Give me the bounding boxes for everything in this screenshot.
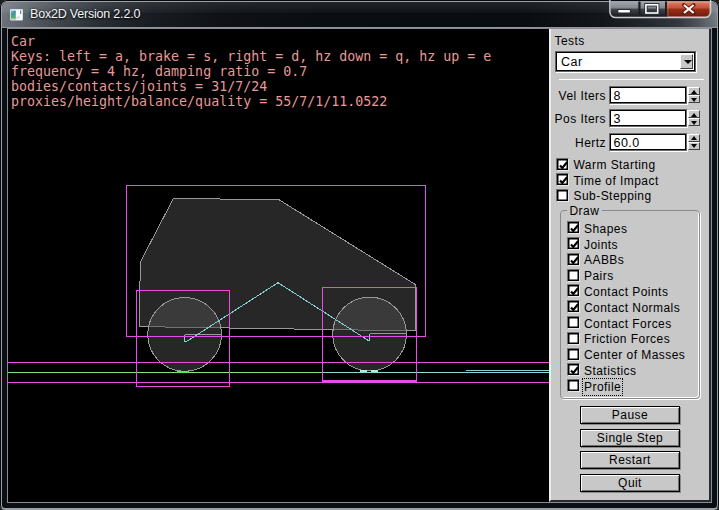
spinner-row: Pos Iters 3 xyxy=(551,109,713,127)
glui-panel-inner: Tests Car Vel Iters 8 xyxy=(551,29,709,500)
separator xyxy=(559,79,704,80)
draw-group-label: Draw xyxy=(567,204,603,218)
checkbox-label: Shapes xyxy=(584,222,627,236)
hud-line: bodies/contacts/joints = 31/7/24 xyxy=(11,79,267,94)
client-area: Car Keys: left = a, brake = s, right = d… xyxy=(8,29,711,502)
checkbox-label: Contact Forces xyxy=(584,317,672,331)
titlebar[interactable]: Box2D Version 2.2.0 xyxy=(2,2,717,28)
spinner-buttons xyxy=(688,110,700,126)
spinner-input[interactable]: 60.0 xyxy=(609,133,687,151)
checkbox[interactable] xyxy=(567,363,580,376)
checkbox[interactable] xyxy=(567,221,580,234)
spinner-value: 3 xyxy=(614,112,621,126)
checkbox[interactable] xyxy=(556,158,569,171)
checkbox-label: Warm Starting xyxy=(574,158,656,172)
panel-button[interactable]: Pause xyxy=(580,406,680,424)
spinner-down-button[interactable] xyxy=(688,118,700,126)
check-icon xyxy=(569,239,580,250)
panel-button[interactable]: Restart xyxy=(580,451,680,469)
checkbox-label: Time of Impact xyxy=(574,174,659,188)
chevron-down-icon xyxy=(684,60,692,64)
tests-label: Tests xyxy=(555,34,585,48)
checkbox[interactable] xyxy=(567,332,580,345)
panel-button[interactable]: Quit xyxy=(580,474,680,492)
triangle-up-icon xyxy=(691,90,697,94)
checkbox-label: Center of Masses xyxy=(584,348,685,362)
tests-dropdown[interactable]: Car xyxy=(555,51,696,72)
checkbox-label: AABBs xyxy=(584,253,624,267)
checkbox[interactable] xyxy=(567,284,580,297)
spinner-input[interactable]: 8 xyxy=(609,86,687,104)
spinner-value: 60.0 xyxy=(614,136,640,150)
spinner-row: Hertz 60.0 xyxy=(551,133,713,151)
checkbox-label: Sub-Stepping xyxy=(574,189,652,203)
minimize-icon xyxy=(617,9,630,13)
spinner-up-button[interactable] xyxy=(688,134,700,142)
check-icon xyxy=(558,160,569,171)
checkbox[interactable] xyxy=(567,237,580,250)
spinner-down-button[interactable] xyxy=(688,142,700,150)
spinner-buttons xyxy=(688,134,700,150)
gl-canvas[interactable]: Car Keys: left = a, brake = s, right = d… xyxy=(8,29,549,502)
panel-button[interactable]: Single Step xyxy=(580,429,680,447)
checkbox[interactable] xyxy=(556,189,569,202)
triangle-down-icon xyxy=(691,144,697,148)
checkbox[interactable] xyxy=(567,348,580,361)
tests-dropdown-value: Car xyxy=(561,55,583,69)
checkbox[interactable] xyxy=(567,316,580,329)
spinner-label: Vel Iters xyxy=(551,89,606,103)
check-icon xyxy=(569,223,580,234)
hud-line: frequency = 4 hz, damping ratio = 0.7 xyxy=(11,64,307,79)
spinner-row: Vel Iters 8 xyxy=(551,86,713,104)
check-icon xyxy=(569,365,580,376)
spinner-value: 8 xyxy=(614,89,621,103)
checkbox-label: Contact Points xyxy=(584,285,668,299)
checkbox-label: Joints xyxy=(584,238,618,252)
caption-buttons xyxy=(608,0,712,22)
checkbox[interactable] xyxy=(567,379,580,392)
triangle-down-icon xyxy=(691,121,697,125)
checkbox[interactable] xyxy=(556,173,569,186)
glui-panel: Tests Car Vel Iters 8 xyxy=(549,29,711,502)
checkbox-label: Contact Normals xyxy=(584,301,680,315)
spinner-label: Hertz xyxy=(551,136,606,150)
checkbox-label: Statistics xyxy=(584,364,637,378)
hud-line: Car xyxy=(11,34,35,49)
window-title: Box2D Version 2.2.0 xyxy=(30,6,140,22)
checkbox[interactable] xyxy=(567,269,580,282)
checkbox-label: Profile xyxy=(584,380,621,394)
check-icon xyxy=(569,255,580,266)
spinner-buttons xyxy=(688,87,700,103)
check-icon xyxy=(569,302,580,313)
spinner-label: Pos Iters xyxy=(551,112,606,126)
app-window: Box2D Version 2.2.0 xyxy=(0,0,719,510)
check-icon xyxy=(558,175,569,186)
checkbox[interactable] xyxy=(567,253,580,266)
app-icon xyxy=(10,9,23,21)
tests-dropdown-button[interactable] xyxy=(680,54,693,69)
triangle-up-icon xyxy=(691,136,697,140)
spinner-input[interactable]: 3 xyxy=(609,109,687,127)
hud-line: proxies/height/balance/quality = 55/7/1/… xyxy=(11,94,387,109)
checkbox-label: Pairs xyxy=(584,269,614,283)
spinner-up-button[interactable] xyxy=(688,110,700,118)
checkbox[interactable] xyxy=(567,300,580,313)
hud-line: Keys: left = a, brake = s, right = d, hz… xyxy=(11,49,491,64)
triangle-down-icon xyxy=(691,98,697,102)
check-icon xyxy=(569,286,580,297)
spinner-down-button[interactable] xyxy=(688,95,700,103)
spinner-up-button[interactable] xyxy=(688,87,700,95)
checkbox-label: Friction Forces xyxy=(584,332,670,346)
triangle-up-icon xyxy=(691,113,697,117)
